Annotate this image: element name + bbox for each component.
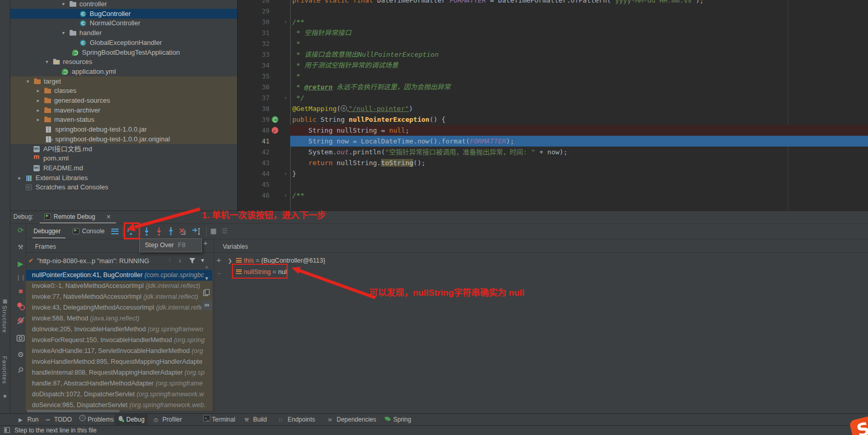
run-to-cursor-button[interactable] xyxy=(192,227,201,236)
tree-item-springbootdebugtestapplication[interactable]: SpringBootDebugTestApplication xyxy=(10,47,237,57)
code-editor[interactable]: 28private static final DateTimeFormatter… xyxy=(237,0,868,211)
tree-chevron-icon[interactable]: ▾ xyxy=(25,76,31,86)
remote-debug-tab[interactable]: Remote Debug xyxy=(54,213,95,220)
tree-chevron-icon[interactable]: ▸ xyxy=(35,95,41,105)
toolwindow-button-run[interactable]: ▶Run xyxy=(15,414,42,426)
code-line-30[interactable]: 30▿/** xyxy=(238,17,868,27)
frame-row[interactable]: invokeAndHandle:117, ServletInvocableHan… xyxy=(26,346,212,357)
new-watch-icon[interactable]: + xyxy=(216,255,221,264)
open-in-browser-icon[interactable] xyxy=(341,105,348,111)
toolwindow-button-debug[interactable]: Debug xyxy=(114,414,147,426)
tree-item-springboot-debug-test-1.0.0.jar.original[interactable]: springboot-debug-test-1.0.0.jar.original xyxy=(10,134,237,144)
thread-selector[interactable]: "http-nio-8080-ex...p "main": RUNNING xyxy=(37,257,149,265)
code-line-29[interactable]: 29 xyxy=(238,6,868,17)
tree-item-bugcontroller[interactable]: BugController xyxy=(10,9,237,19)
code-line-39[interactable]: 39public String nullPointerException() { xyxy=(238,114,868,125)
evaluate-expression-icon[interactable]: ▦ xyxy=(210,227,216,235)
step-into-button[interactable] xyxy=(142,227,151,236)
frame-up-icon[interactable]: ↑ xyxy=(168,256,171,264)
frame-row[interactable]: invoke:43, DelegatingMethodAccessorImpl … xyxy=(26,302,212,313)
drop-frame-button[interactable] xyxy=(178,227,187,236)
thread-dropdown-chevron[interactable]: ▼ xyxy=(200,257,205,263)
tree-item-readme.md[interactable]: README.md xyxy=(10,163,237,173)
tree-item-application.yml[interactable]: application.yml xyxy=(10,67,237,76)
gear-icon[interactable]: ⚙ xyxy=(15,349,26,360)
fold-marker-icon[interactable]: ▿ xyxy=(284,92,287,103)
toolwindow-toggle-icon[interactable] xyxy=(4,427,10,433)
tree-item-classes[interactable]: ▸classes xyxy=(10,86,237,95)
code-line-44[interactable]: 44▿} xyxy=(238,168,868,179)
step-out-button[interactable] xyxy=(166,227,175,236)
tab-console[interactable]: Console xyxy=(82,228,105,235)
tree-chevron-icon[interactable]: ▸ xyxy=(16,173,23,183)
frame-row[interactable]: invoke0:-1, NativeMethodAccessorImpl (jd… xyxy=(26,281,212,292)
code-line-32[interactable]: 32 * xyxy=(238,38,868,49)
layout-options-icon[interactable] xyxy=(111,229,119,234)
tree-item-normalcontroller[interactable]: NormalController xyxy=(10,18,237,28)
code-line-33[interactable]: 33 * 该接口会故意抛出NullPointerException xyxy=(238,49,868,60)
code-line-34[interactable]: 34 * 用于测试空指针异常的调试场景 xyxy=(238,60,868,71)
tree-item-scratches-and-consoles[interactable]: Scratches and Consoles xyxy=(10,182,237,192)
add-icon[interactable]: + xyxy=(203,238,208,247)
frame-row[interactable]: handle:87, AbstractHandlerMethodAdapter … xyxy=(26,378,212,389)
rerun-button[interactable]: ⟳ xyxy=(15,225,26,235)
tree-item-generated-sources[interactable]: ▸generated-sources xyxy=(10,95,237,105)
frame-row[interactable]: handleInternal:808, RequestMappingHandle… xyxy=(26,367,212,378)
toolwindow-button-dependencies[interactable]: ≋Dependencies xyxy=(325,414,379,426)
structure-icon[interactable]: ▦ xyxy=(3,298,7,304)
code-line-28[interactable]: 28private static final DateTimeFormatter… xyxy=(238,0,868,6)
toolwindow-structure[interactable]: Structure xyxy=(2,305,8,333)
tree-chevron-icon[interactable]: ▾ xyxy=(44,57,50,67)
tree-item-external-libraries[interactable]: ▸External Libraries xyxy=(10,173,237,183)
code-line-40[interactable]: 40 String nullString = null; xyxy=(238,125,868,136)
frame-row[interactable]: doService:965, DispatcherServlet (org.sp… xyxy=(26,400,212,411)
tree-item-maven-archiver[interactable]: ▸maven-archiver xyxy=(10,105,237,115)
tree-chevron-icon[interactable]: ▸ xyxy=(35,115,41,124)
code-line-43[interactable]: 43 return nullString.toString(); xyxy=(238,157,868,168)
code-line-31[interactable]: 31 * 空指针异常接口 xyxy=(238,27,868,38)
code-line-41[interactable]: 41 String now = LocalDateTime.now().form… xyxy=(238,136,868,147)
tree-item-globalexceptionhandler[interactable]: GlobalExceptionHandler xyxy=(10,38,237,47)
frames-horizontal-scrollbar[interactable] xyxy=(27,410,120,412)
frame-row[interactable]: doInvoke:205, InvocableHandlerMethod (or… xyxy=(26,324,212,335)
scroll-down-icon[interactable]: ▼ xyxy=(204,276,209,281)
toolwindow-button-build[interactable]: ⚒Build xyxy=(241,414,270,426)
tree-item-pom.xml[interactable]: pom.xml xyxy=(10,153,237,163)
memory-snapshot-icon[interactable] xyxy=(15,333,26,343)
toolwindow-button-spring[interactable]: Spring xyxy=(381,414,414,426)
close-tab-icon[interactable]: ✕ xyxy=(106,214,111,220)
remove-watch-icon[interactable]: − xyxy=(217,269,222,278)
force-step-into-button[interactable] xyxy=(155,227,163,236)
toolwindow-button-terminal[interactable]: Terminal xyxy=(200,414,238,426)
tree-item-controller[interactable]: ▾controller xyxy=(10,0,237,9)
tree-chevron-icon[interactable]: ▸ xyxy=(35,105,41,115)
frame-row[interactable]: invoke:568, Method (java.lang.reflect) xyxy=(26,313,212,324)
code-line-36[interactable]: 36 * @return 永远不会执行到这里，因为会抛出异常 xyxy=(238,82,868,92)
favorites-star-icon[interactable]: ★ xyxy=(3,393,7,399)
tree-chevron-icon[interactable]: ▾ xyxy=(60,0,66,9)
tree-item-springboot-debug-test-1.0.0.jar[interactable]: springboot-debug-test-1.0.0.jar xyxy=(10,124,237,134)
toolwindow-button-problems[interactable]: Problems xyxy=(76,414,117,426)
tree-item-api-.md[interactable]: API接口文档.md xyxy=(10,144,237,154)
resume-button[interactable]: ▶ xyxy=(15,259,26,269)
debug-settings-wrench-icon[interactable]: ⚒ xyxy=(15,242,26,252)
code-line-35[interactable]: 35 * xyxy=(238,71,868,82)
tree-item-maven-status[interactable]: ▸maven-status xyxy=(10,115,237,124)
frame-down-icon[interactable]: ↓ xyxy=(178,256,181,264)
view-breakpoints-icon[interactable] xyxy=(15,301,26,311)
tree-chevron-icon[interactable]: ▸ xyxy=(35,86,41,95)
copy-stack-icon[interactable] xyxy=(203,289,210,296)
code-line-38[interactable]: 38@GetMapping("/null-pointer") xyxy=(238,103,868,114)
project-tree[interactable]: ▾controllerBugControllerNormalController… xyxy=(10,0,237,211)
filter-funnel-icon[interactable] xyxy=(189,257,196,264)
toolwindow-button-endpoints[interactable]: ∷Endpoints xyxy=(276,414,318,426)
frame-row[interactable]: invoke:77, NativeMethodAccessorImpl (jdk… xyxy=(26,292,212,302)
frame-row[interactable]: invokeForRequest:150, InvocableHandlerMe… xyxy=(26,335,212,346)
code-line-42[interactable]: 42 System.out.println("空指针异常接口被调用，准备抛出异常… xyxy=(238,147,868,157)
tree-item-resources[interactable]: ▾resources xyxy=(10,57,237,67)
tree-item-handler[interactable]: ▾handler xyxy=(10,28,237,38)
scroll-up-icon[interactable]: ▲ xyxy=(204,264,209,269)
tab-debugger[interactable]: Debugger xyxy=(34,228,61,235)
code-line-37[interactable]: 37▿ */ xyxy=(238,92,868,103)
frame-row[interactable]: invokeHandlerMethod:895, RequestMappingH… xyxy=(26,357,212,367)
